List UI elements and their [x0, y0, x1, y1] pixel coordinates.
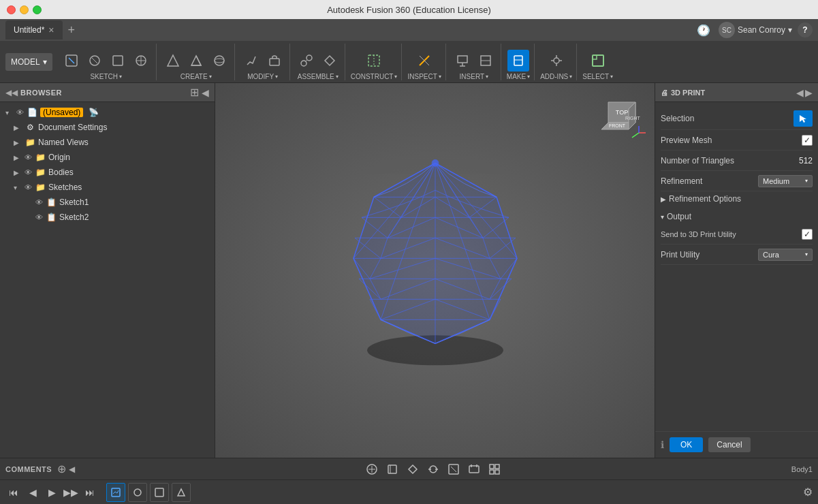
addins-icon-1[interactable] [546, 50, 567, 72]
active-tab[interactable]: Untitled* × [5, 20, 63, 40]
inspect-label[interactable]: INSPECT ▾ [407, 73, 441, 80]
create-icon-1[interactable] [162, 50, 184, 72]
inspect-icon-1[interactable] [413, 50, 435, 72]
panel-right-arrow[interactable]: ▶ [805, 87, 813, 98]
print-utility-dropdown[interactable]: Cura ▾ [758, 249, 813, 261]
modify-label[interactable]: MODIFY ▾ [247, 73, 278, 80]
timeline-start-btn[interactable]: ⏮ [5, 484, 22, 501]
insert-label[interactable]: INSERT ▾ [460, 73, 489, 80]
tree-item-origin[interactable]: ▶ 👁 📁 Origin [0, 150, 215, 165]
send-utility-checkbox[interactable]: ✓ [802, 229, 813, 240]
insert-icon-1[interactable] [452, 50, 473, 72]
nav-icon-1[interactable] [364, 461, 380, 477]
tree-icon-bodies: 📁 [35, 167, 46, 178]
output-section-header[interactable]: ▾ Output [661, 209, 813, 224]
nav-icon-4[interactable] [425, 461, 441, 477]
create-label[interactable]: CREATE ▾ [180, 73, 212, 80]
tree-arrow-root: ▾ [5, 109, 14, 116]
panel-left-arrow[interactable]: ◀ [796, 87, 804, 98]
nav-icon-2[interactable] [384, 461, 400, 477]
tree-eye-bodies[interactable]: 👁 [25, 168, 32, 176]
timeline-prev-btn[interactable]: ◀ [25, 484, 41, 501]
construct-label[interactable]: CONSTRUCT ▾ [351, 73, 398, 80]
user-area[interactable]: SC Sean Conroy ▾ [719, 22, 792, 38]
tree-eye-root[interactable]: 👁 [16, 108, 24, 116]
nav-icon-7[interactable] [486, 461, 503, 477]
main-toolbar: MODEL ▾ SKETCH ▾ [0, 41, 818, 83]
make-icon-1[interactable] [507, 50, 529, 72]
tree-item-sketch2[interactable]: 👁 📋 Sketch2 [0, 210, 215, 225]
addins-label[interactable]: ADD-INS ▾ [540, 73, 572, 80]
model-button[interactable]: MODEL ▾ [5, 53, 52, 71]
tree-text-origin: Origin [48, 153, 70, 162]
cancel-button[interactable]: Cancel [708, 437, 750, 452]
sketch-icon-3[interactable] [107, 50, 129, 72]
timeline-sketch4-icon[interactable] [172, 483, 191, 502]
sidebar-options-icon[interactable]: ⊞ [190, 86, 199, 99]
sketch-label[interactable]: SKETCH ▾ [90, 73, 122, 80]
comments-add-icon[interactable]: ⊕ [57, 462, 66, 475]
timeline-next-btn[interactable]: ▶▶ [63, 484, 79, 501]
canvas-area[interactable]: TOP FRONT RIGHT [215, 83, 655, 458]
modify-icon-1[interactable] [240, 50, 262, 72]
timeline-sketch1-icon[interactable] [106, 483, 125, 502]
timeline-end-btn[interactable]: ⏭ [82, 484, 98, 501]
construct-icon-1[interactable] [363, 50, 385, 72]
sidebar-collapse-icon[interactable]: ◀ [69, 464, 75, 474]
minimize-button[interactable] [20, 5, 29, 14]
info-icon[interactable]: ℹ [661, 439, 664, 450]
timeline-sketch2-icon[interactable] [128, 483, 147, 502]
settings-icon[interactable]: ⚙ [803, 486, 813, 499]
svg-point-7 [215, 56, 224, 65]
create-icon-2[interactable] [185, 50, 207, 72]
bottom-bar: COMMENTS ⊕ ◀ Body1 [0, 458, 818, 479]
modify-icon-2[interactable] [264, 50, 285, 72]
nav-icon-6[interactable] [466, 461, 482, 477]
insert-icon-2[interactable] [475, 50, 497, 72]
timeline-sketch3-icon[interactable] [150, 483, 169, 502]
nav-icon-5[interactable] [445, 461, 462, 477]
tab-close-button[interactable]: × [48, 25, 54, 35]
tree-eye-sketch2[interactable]: 👁 [35, 213, 43, 221]
viewcube[interactable]: TOP FRONT RIGHT [595, 89, 649, 143]
bottom-center-icons [75, 461, 791, 477]
maximize-button[interactable] [33, 5, 42, 14]
make-label[interactable]: MAKE ▾ [507, 73, 530, 80]
close-button[interactable] [7, 5, 16, 14]
sketch-icon-2[interactable] [84, 50, 106, 72]
select-icon-1[interactable] [587, 50, 609, 72]
tree-item-root[interactable]: ▾ 👁 📄 (Unsaved) 📡 [0, 105, 215, 120]
assemble-icon-1[interactable] [296, 50, 317, 72]
tree-item-sketches[interactable]: ▾ 👁 📁 Sketches [0, 180, 215, 195]
selection-button[interactable] [793, 110, 813, 127]
tree-eye-sketch1[interactable]: 👁 [35, 198, 43, 206]
sketch-icon-1[interactable] [61, 50, 82, 72]
history-icon[interactable]: 🕐 [694, 20, 713, 40]
refinement-dropdown[interactable]: Medium ▾ [758, 175, 813, 187]
timeline-play-btn[interactable]: ▶ [44, 484, 60, 501]
svg-point-10 [301, 61, 306, 66]
tree-item-named-views[interactable]: ▶ 📁 Named Views [0, 135, 215, 150]
print-utility-value: Cura ▾ [758, 249, 813, 261]
assemble-label[interactable]: ASSEMBLE ▾ [298, 73, 339, 80]
tree-eye-sketches[interactable]: 👁 [25, 183, 32, 191]
tree-item-bodies[interactable]: ▶ 👁 📁 Bodies [0, 165, 215, 180]
tree-broadcast-icon[interactable]: 📡 [89, 108, 99, 117]
sidebar-more-icon[interactable]: ◀ [202, 87, 209, 98]
nav-icon-3[interactable] [405, 461, 421, 477]
tree-eye-origin[interactable]: 👁 [25, 153, 32, 161]
create-icon-3[interactable] [208, 50, 230, 72]
new-tab-button[interactable]: + [68, 23, 76, 37]
tree-item-doc-settings[interactable]: ▶ ⚙ Document Settings [0, 120, 215, 135]
preview-mesh-checkbox[interactable]: ✓ [802, 135, 813, 146]
tree-item-sketch1[interactable]: 👁 📋 Sketch1 [0, 195, 215, 210]
assemble-icon-2[interactable] [319, 50, 341, 72]
send-utility-value: ✓ [802, 229, 813, 240]
ok-button[interactable]: OK [670, 437, 703, 452]
collapse-sidebar-icon[interactable]: ◀◀ [5, 88, 18, 97]
refinement-options-section[interactable]: ▶ Refinement Options [661, 191, 813, 206]
select-label[interactable]: SELECT ▾ [582, 73, 613, 80]
help-icon[interactable]: ? [798, 22, 813, 37]
sketch-icon-4[interactable] [130, 50, 152, 72]
tree-text-bodies: Bodies [48, 168, 74, 177]
